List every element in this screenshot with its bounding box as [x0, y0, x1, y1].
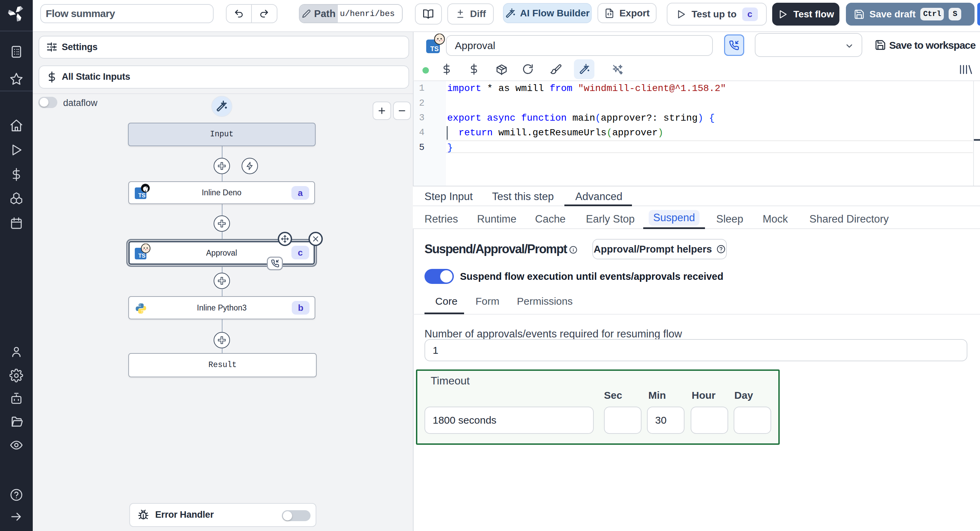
svg-text:TS: TS	[138, 192, 145, 198]
svg-text:TS: TS	[138, 252, 145, 259]
svg-text:TS: TS	[430, 45, 439, 52]
